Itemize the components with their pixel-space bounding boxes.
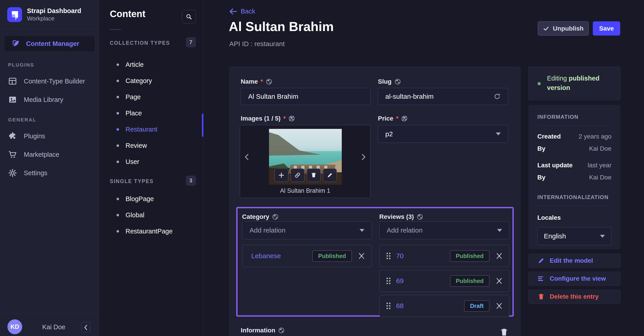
nav-section-plugins: PLUGINS bbox=[8, 62, 34, 68]
edit-image-button[interactable] bbox=[323, 169, 337, 182]
collapse-sidebar-button[interactable] bbox=[81, 322, 90, 333]
back-link[interactable]: Back bbox=[230, 8, 255, 15]
price-select[interactable]: p2 bbox=[378, 125, 508, 143]
sidebar-item-label: Marketplace bbox=[24, 151, 59, 158]
carousel-next-icon[interactable] bbox=[360, 153, 367, 161]
sidebar-item-page[interactable]: Page bbox=[99, 89, 202, 105]
user-name: Kai Doe bbox=[42, 323, 65, 331]
sidebar-item-marketplace[interactable]: Marketplace bbox=[0, 145, 99, 164]
meta-value: 2 years ago bbox=[579, 133, 612, 140]
bullet-icon bbox=[116, 128, 119, 131]
delete-image-button[interactable] bbox=[307, 169, 321, 182]
check-icon bbox=[543, 26, 549, 32]
sidebar-item-settings[interactable]: Settings bbox=[0, 164, 99, 182]
back-label: Back bbox=[241, 8, 255, 15]
item-label: User bbox=[126, 158, 139, 165]
status-badge: Published bbox=[450, 275, 490, 287]
workspace-switcher[interactable]: Strapi Dashboard Workplace bbox=[7, 7, 81, 23]
category-add-relation-select[interactable]: Add relation bbox=[242, 221, 372, 239]
review-relation-item[interactable]: 69 Published bbox=[379, 270, 510, 292]
category-relation-item[interactable]: Lebanese Published bbox=[242, 245, 372, 267]
relation-link[interactable]: Lebanese bbox=[251, 252, 281, 260]
item-label: Global bbox=[126, 211, 144, 219]
configure-view-button[interactable]: Configure the view bbox=[528, 272, 620, 286]
add-relation-placeholder: Add relation bbox=[250, 227, 360, 234]
remove-relation-icon[interactable] bbox=[358, 252, 365, 260]
drag-handle-icon[interactable] bbox=[386, 252, 391, 260]
sidebar-item-restaurantpage[interactable]: RestaurantPage bbox=[99, 223, 202, 239]
app-title: Strapi Dashboard bbox=[27, 7, 81, 15]
meta-label: Last update bbox=[537, 162, 572, 169]
item-label: RestaurantPage bbox=[126, 228, 173, 235]
meta-label: By bbox=[537, 174, 546, 181]
relation-link[interactable]: 70 bbox=[396, 252, 404, 260]
name-input[interactable]: Al Sultan Brahim bbox=[241, 88, 370, 105]
meta-value: last year bbox=[588, 162, 612, 169]
required-marker: * bbox=[396, 115, 398, 122]
locale-value: English bbox=[544, 232, 600, 240]
locale-select[interactable]: English bbox=[537, 227, 612, 245]
images-carousel: Al Sultan Brahim 1 bbox=[240, 125, 370, 198]
reviews-add-relation-select[interactable]: Add relation bbox=[379, 221, 510, 239]
relation-link[interactable]: 69 bbox=[396, 277, 404, 285]
remove-relation-icon[interactable] bbox=[495, 277, 503, 285]
item-label: Category bbox=[126, 77, 152, 85]
sidebar-item-content-type-builder[interactable]: Content-Type Builder bbox=[0, 72, 99, 90]
required-marker: * bbox=[283, 115, 286, 122]
avatar-initials: KD bbox=[10, 323, 19, 330]
sidebar-item-review[interactable]: Review bbox=[99, 137, 202, 154]
main-navigation: Strapi Dashboard Workplace Content Manag… bbox=[0, 0, 99, 336]
sidebar-item-place[interactable]: Place bbox=[99, 105, 202, 121]
sidebar-item-global[interactable]: Global bbox=[99, 207, 202, 223]
published-dot-icon bbox=[538, 82, 541, 85]
sidebar-item-category[interactable]: Category bbox=[99, 73, 202, 89]
avatar[interactable]: KD bbox=[8, 319, 22, 334]
chevron-down-icon bbox=[360, 229, 364, 232]
copy-link-button[interactable] bbox=[290, 169, 304, 182]
drag-handle-icon[interactable] bbox=[386, 277, 391, 285]
category-field-label: Category bbox=[242, 213, 279, 220]
globe-icon bbox=[266, 78, 272, 85]
relation-link[interactable]: 68 bbox=[396, 302, 404, 310]
sidebar-item-blogpage[interactable]: BlogPage bbox=[99, 191, 202, 207]
bullet-icon bbox=[116, 144, 119, 147]
edit-model-button[interactable]: Edit the model bbox=[528, 254, 620, 268]
item-label: Article bbox=[126, 61, 144, 68]
remove-relation-icon[interactable] bbox=[495, 252, 503, 260]
sidebar-item-restaurant[interactable]: Restaurant bbox=[99, 121, 202, 137]
sidebar-item-label: Settings bbox=[24, 169, 48, 177]
regenerate-icon[interactable] bbox=[494, 93, 501, 100]
plus-icon bbox=[278, 172, 285, 179]
carousel-prev-icon[interactable] bbox=[243, 153, 251, 161]
delete-component-icon[interactable] bbox=[500, 327, 508, 336]
strapi-admin: Strapi Dashboard Workplace Content Manag… bbox=[0, 0, 644, 336]
cart-icon bbox=[8, 150, 17, 159]
sidebar-item-plugins[interactable]: Plugins bbox=[0, 127, 99, 145]
remove-relation-icon[interactable] bbox=[495, 302, 503, 310]
sidebar-item-article[interactable]: Article bbox=[99, 56, 202, 73]
label-text: Price bbox=[378, 115, 394, 122]
edit-form-card: Name* Al Sultan Brahim Slug al-sultan-br… bbox=[229, 66, 521, 336]
save-button[interactable]: Save bbox=[593, 21, 620, 36]
search-button[interactable] bbox=[182, 10, 196, 23]
bullet-icon bbox=[116, 80, 119, 82]
trash-icon bbox=[310, 172, 317, 179]
sidebar-item-user[interactable]: User bbox=[99, 154, 202, 170]
reviews-field-label: Reviews (3) bbox=[379, 213, 423, 220]
sidebar-item-media-library[interactable]: Media Library bbox=[0, 90, 99, 109]
subnav-scrollbar-thumb[interactable] bbox=[202, 114, 204, 137]
sidebar-item-content-manager[interactable]: Content Manager bbox=[4, 36, 94, 51]
drag-handle-icon[interactable] bbox=[386, 302, 391, 310]
item-label: BlogPage bbox=[126, 195, 154, 203]
trash-icon bbox=[538, 293, 545, 300]
image-icon bbox=[8, 95, 17, 104]
review-relation-item[interactable]: 70 Published bbox=[379, 245, 510, 267]
review-relation-item[interactable]: 68 Draft bbox=[379, 295, 510, 317]
slug-input[interactable]: al-sultan-brahim bbox=[378, 88, 508, 105]
unpublish-button[interactable]: Unpublish bbox=[538, 21, 589, 36]
label-text: Information bbox=[241, 327, 275, 334]
delete-entry-button[interactable]: Delete this entry bbox=[528, 290, 620, 304]
add-image-button[interactable] bbox=[274, 169, 288, 182]
label-text: Reviews (3) bbox=[379, 213, 414, 220]
bullet-icon bbox=[116, 230, 119, 233]
